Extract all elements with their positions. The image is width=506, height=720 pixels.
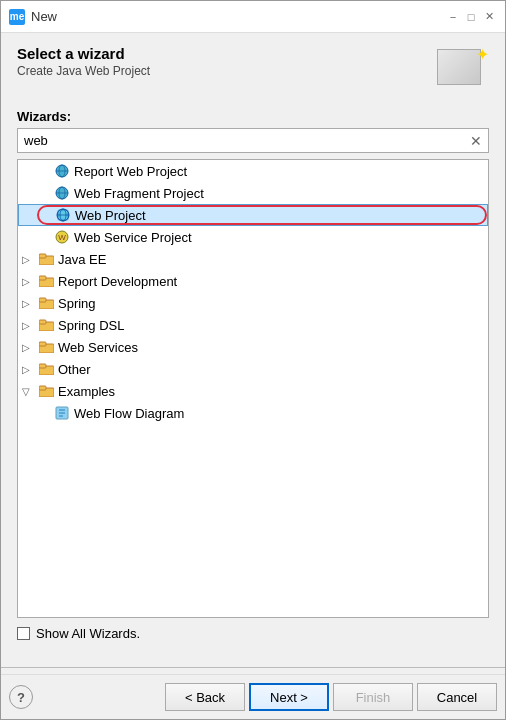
expand-arrow-examples: ▽	[22, 386, 38, 397]
tree-item-web-project-label: Web Project	[75, 208, 146, 223]
tree-item-report-web[interactable]: Report Web Project	[18, 160, 488, 182]
tree-item-web-services-label: Web Services	[58, 340, 138, 355]
service-icon: W	[54, 229, 70, 245]
globe-icon	[54, 163, 70, 179]
tree-item-spring[interactable]: ▷ Spring	[18, 292, 488, 314]
folder-icon	[38, 251, 54, 267]
dialog-title: Select a wizard	[17, 45, 429, 62]
no-arrow	[38, 232, 54, 243]
app-icon: me	[9, 9, 25, 25]
tree-item-web-project[interactable]: Web Project	[18, 204, 488, 226]
dialog-content: Select a wizard Create Java Web Project …	[1, 33, 505, 661]
web-icon	[55, 207, 71, 223]
header-text: Select a wizard Create Java Web Project	[17, 45, 429, 78]
search-row: ✕	[17, 128, 489, 153]
tree-item-web-services[interactable]: ▷ Web Services	[18, 336, 488, 358]
dialog-subtitle: Create Java Web Project	[17, 64, 429, 78]
next-button[interactable]: Next >	[249, 683, 329, 711]
expand-arrow-spring-dsl: ▷	[22, 320, 38, 331]
tree-item-web-flow-diagram[interactable]: Web Flow Diagram	[18, 402, 488, 424]
tree-item-java-ee[interactable]: ▷ Java EE	[18, 248, 488, 270]
tree-item-report-dev[interactable]: ▷ Report Development	[18, 270, 488, 292]
tree-item-report-dev-label: Report Development	[58, 274, 177, 289]
folder-icon	[38, 361, 54, 377]
flow-icon	[54, 405, 70, 421]
help-button[interactable]: ?	[9, 685, 33, 709]
no-arrow	[38, 408, 54, 419]
expand-arrow-java-ee: ▷	[22, 254, 38, 265]
cancel-button[interactable]: Cancel	[417, 683, 497, 711]
tree-item-other[interactable]: ▷ Other	[18, 358, 488, 380]
svg-rect-15	[39, 276, 46, 280]
tree-item-web-fragment-label: Web Fragment Project	[74, 186, 204, 201]
button-row: ? < Back Next > Finish Cancel	[1, 674, 505, 719]
svg-rect-17	[39, 298, 46, 302]
tree-item-web-flow-diagram-label: Web Flow Diagram	[74, 406, 184, 421]
show-all-row: Show All Wizards.	[17, 626, 489, 641]
wizard-icon: ✦	[437, 45, 489, 97]
tree-item-examples-label: Examples	[58, 384, 115, 399]
tree-item-spring-dsl[interactable]: ▷ Spring DSL	[18, 314, 488, 336]
svg-rect-13	[39, 254, 46, 258]
tree-item-java-ee-label: Java EE	[58, 252, 106, 267]
tree-item-web-fragment[interactable]: Web Fragment Project	[18, 182, 488, 204]
finish-button[interactable]: Finish	[333, 683, 413, 711]
minimize-button[interactable]: −	[445, 9, 461, 25]
expand-arrow-report-dev: ▷	[22, 276, 38, 287]
tree-item-other-label: Other	[58, 362, 91, 377]
wizard-tree[interactable]: Report Web Project Web Fragment Project	[17, 159, 489, 618]
search-clear-button[interactable]: ✕	[468, 133, 484, 149]
svg-rect-23	[39, 364, 46, 368]
folder-icon	[38, 273, 54, 289]
no-arrow	[38, 188, 54, 199]
svg-text:W: W	[58, 233, 66, 242]
tree-item-spring-dsl-label: Spring DSL	[58, 318, 124, 333]
folder-open-icon	[38, 383, 54, 399]
wizard-icon-star: ✦	[476, 45, 489, 64]
wizards-label: Wizards:	[17, 109, 489, 124]
folder-icon	[38, 295, 54, 311]
tree-item-examples[interactable]: ▽ Examples	[18, 380, 488, 402]
tree-item-web-service-project[interactable]: W Web Service Project	[18, 226, 488, 248]
tree-item-web-service-project-label: Web Service Project	[74, 230, 192, 245]
tree-item-spring-label: Spring	[58, 296, 96, 311]
svg-rect-21	[39, 342, 46, 346]
no-arrow	[38, 166, 54, 177]
globe-icon	[54, 185, 70, 201]
expand-arrow-other: ▷	[22, 364, 38, 375]
folder-icon	[38, 339, 54, 355]
window-title: New	[31, 9, 445, 24]
expand-arrow-spring: ▷	[22, 298, 38, 309]
svg-rect-25	[39, 386, 46, 390]
expand-arrow-web-services: ▷	[22, 342, 38, 353]
no-arrow	[39, 210, 55, 221]
wizard-icon-screen	[437, 49, 481, 85]
folder-icon	[38, 317, 54, 333]
svg-rect-19	[39, 320, 46, 324]
back-button[interactable]: < Back	[165, 683, 245, 711]
show-all-checkbox[interactable]	[17, 627, 30, 640]
close-button[interactable]: ✕	[481, 9, 497, 25]
title-bar: me New − □ ✕	[1, 1, 505, 33]
divider	[1, 667, 505, 668]
window-controls: − □ ✕	[445, 9, 497, 25]
maximize-button[interactable]: □	[463, 9, 479, 25]
dialog-window: me New − □ ✕ Select a wizard Create Java…	[0, 0, 506, 720]
header-section: Select a wizard Create Java Web Project …	[17, 45, 489, 97]
search-input[interactable]	[22, 131, 468, 150]
tree-item-report-web-label: Report Web Project	[74, 164, 187, 179]
show-all-label: Show All Wizards.	[36, 626, 140, 641]
